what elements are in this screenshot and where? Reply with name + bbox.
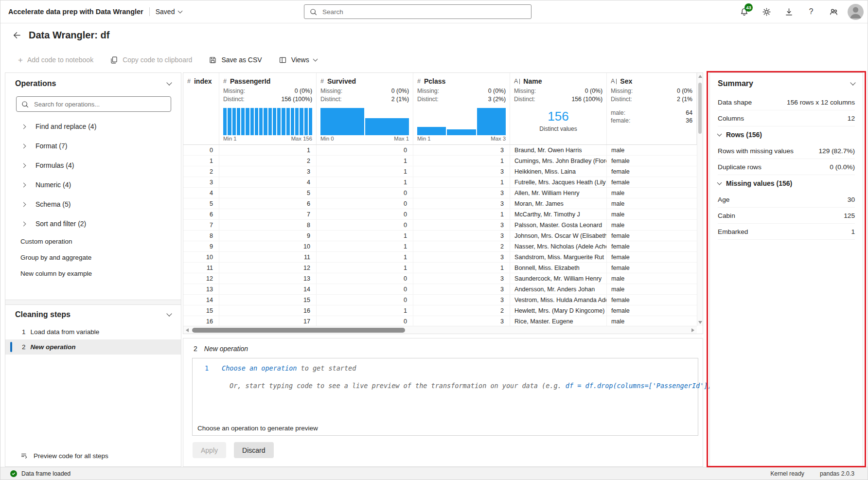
table-row[interactable]: 1211Cumings, Mrs. John Bradley (Florencf… xyxy=(183,156,697,166)
table-cell[interactable]: 8 xyxy=(219,220,317,230)
category-formulas[interactable]: Formulas (4) xyxy=(5,156,181,175)
add-code-to-notebook-button[interactable]: + Add code to notebook xyxy=(17,54,94,66)
table-cell[interactable]: 1 xyxy=(317,156,413,166)
table-cell[interactable]: 1 xyxy=(413,209,510,219)
settings-button[interactable] xyxy=(758,3,775,20)
table-cell[interactable]: 3 xyxy=(219,166,317,177)
table-cell[interactable]: female xyxy=(607,252,697,262)
table-cell[interactable]: 1 xyxy=(413,263,510,273)
table-row[interactable]: 3411Futrelle, Mrs. Jacques Heath (Lily M… xyxy=(183,177,697,188)
table-cell[interactable]: 1 xyxy=(317,241,413,251)
table-cell[interactable]: female xyxy=(607,305,697,316)
new-column-by-example-item[interactable]: New column by example xyxy=(5,266,181,282)
copy-code-button[interactable]: Copy code to clipboard xyxy=(109,54,193,66)
save-as-csv-button[interactable]: Save as CSV xyxy=(208,54,263,66)
table-cell[interactable]: Braund, Mr. Owen Harris xyxy=(510,145,607,155)
table-cell[interactable]: 0 xyxy=(317,188,413,198)
table-row[interactable]: 6701McCarthy, Mr. Timothy Jmale xyxy=(183,209,697,220)
horizontal-scrollbar[interactable] xyxy=(183,326,697,334)
table-cell[interactable]: 1 xyxy=(183,156,219,166)
table-cell[interactable]: male xyxy=(607,188,697,198)
table-row[interactable]: 161703Rice, Master. Eugenemale xyxy=(183,316,697,326)
apply-button[interactable]: Apply xyxy=(193,442,226,458)
table-cell[interactable]: 3 xyxy=(183,177,219,187)
table-cell[interactable]: female xyxy=(607,177,697,187)
column-header-index[interactable]: # index xyxy=(183,73,219,144)
table-row[interactable]: 151612Hewlett, Mrs. (Mary D Kingcome)fem… xyxy=(183,305,697,316)
table-cell[interactable]: 13 xyxy=(183,284,219,294)
category-sort-and-filter[interactable]: Sort and filter (2) xyxy=(5,214,181,233)
table-cell[interactable]: 10 xyxy=(183,252,219,262)
table-row[interactable]: 5603Moran, Mr. Jamesmale xyxy=(183,198,697,209)
table-cell[interactable]: 17 xyxy=(219,316,317,326)
table-cell[interactable]: Heikkinen, Miss. Laina xyxy=(510,166,607,177)
summary-header[interactable]: Summary xyxy=(718,73,855,94)
global-search-input[interactable] xyxy=(321,8,526,16)
table-cell[interactable]: 1 xyxy=(413,177,510,187)
table-cell[interactable]: Hewlett, Mrs. (Mary D Kingcome) xyxy=(510,305,607,316)
table-cell[interactable]: Rice, Master. Eugene xyxy=(510,316,607,326)
table-cell[interactable]: male xyxy=(607,198,697,209)
avatar[interactable] xyxy=(848,4,864,20)
category-schema[interactable]: Schema (5) xyxy=(5,195,181,214)
table-cell[interactable]: female xyxy=(607,166,697,177)
table-cell[interactable]: 3 xyxy=(413,231,510,241)
table-cell[interactable]: 11 xyxy=(183,263,219,273)
table-cell[interactable]: Allen, Mr. William Henry xyxy=(510,188,607,198)
table-row[interactable]: 2313Heikkinen, Miss. Lainafemale xyxy=(183,166,697,177)
table-cell[interactable]: 0 xyxy=(317,273,413,284)
table-cell[interactable]: 14 xyxy=(219,284,317,294)
table-cell[interactable]: female xyxy=(607,231,697,241)
table-cell[interactable]: 7 xyxy=(183,220,219,230)
notifications-button[interactable]: 43 xyxy=(736,3,752,20)
table-cell[interactable]: male xyxy=(607,145,697,155)
table-cell[interactable]: 3 xyxy=(413,252,510,262)
column-header-name[interactable]: A Name Missing:0 (0%) Distinct:156 (100%… xyxy=(510,73,607,144)
table-cell[interactable]: male xyxy=(607,316,697,326)
custom-operation-item[interactable]: Custom operation xyxy=(5,233,181,249)
table-cell[interactable]: 13 xyxy=(219,273,317,284)
table-cell[interactable]: male xyxy=(607,284,697,294)
table-cell[interactable]: Palsson, Master. Gosta Leonard xyxy=(510,220,607,230)
category-numeric[interactable]: Numeric (4) xyxy=(5,175,181,195)
table-cell[interactable]: 1 xyxy=(219,145,317,155)
back-button[interactable] xyxy=(11,30,22,41)
table-cell[interactable]: 4 xyxy=(183,188,219,198)
table-cell[interactable]: 1 xyxy=(317,263,413,273)
table-cell[interactable]: 3 xyxy=(413,284,510,294)
table-cell[interactable]: 3 xyxy=(413,316,510,326)
table-cell[interactable]: 3 xyxy=(413,166,510,177)
summary-section-missing-values[interactable]: Missing values (156) xyxy=(718,175,855,192)
cleaning-steps-header[interactable]: Cleaning steps xyxy=(5,305,181,324)
category-format[interactable]: Format (7) xyxy=(5,136,181,156)
table-cell[interactable]: male xyxy=(607,273,697,284)
table-cell[interactable]: Saundercock, Mr. William Henry xyxy=(510,273,607,284)
table-cell[interactable]: 16 xyxy=(183,316,219,326)
table-cell[interactable]: Futrelle, Mrs. Jacques Heath (Lily Ma xyxy=(510,177,607,187)
code-editor[interactable]: 1 Choose an operation to get started Or,… xyxy=(192,358,698,436)
table-row[interactable]: 111211Bonnell, Miss. Elizabethfemale xyxy=(183,263,697,273)
table-cell[interactable]: 1 xyxy=(317,252,413,262)
table-cell[interactable]: female xyxy=(607,156,697,166)
table-cell[interactable]: 12 xyxy=(219,263,317,273)
operations-header[interactable]: Operations xyxy=(5,73,181,94)
table-row[interactable]: 131403Andersson, Mr. Anders Johanmale xyxy=(183,284,697,295)
horizontal-scroll-thumb[interactable] xyxy=(192,328,405,333)
table-cell[interactable]: 6 xyxy=(219,198,317,209)
table-cell[interactable]: 3 xyxy=(413,273,510,284)
table-cell[interactable]: 16 xyxy=(219,305,317,316)
table-cell[interactable]: 0 xyxy=(317,295,413,305)
download-button[interactable] xyxy=(780,3,797,20)
column-header-passengerid[interactable]: # PassengerId Missing:0 (0%) Distinct:15… xyxy=(219,73,317,144)
preview-code-all-steps-button[interactable]: Preview code for all steps xyxy=(20,452,108,460)
choose-operation-link[interactable]: Choose an operation xyxy=(222,364,297,372)
table-cell[interactable]: 1 xyxy=(317,177,413,187)
table-cell[interactable]: 5 xyxy=(219,188,317,198)
table-cell[interactable]: Sandstrom, Miss. Marguerite Rut xyxy=(510,252,607,262)
vertical-scroll-thumb[interactable] xyxy=(698,83,702,134)
table-cell[interactable]: 0 xyxy=(317,198,413,209)
column-header-survived[interactable]: # Survived Missing:0 (0%) Distinct:2 (1%… xyxy=(317,73,413,144)
summary-section-rows[interactable]: Rows (156) xyxy=(718,126,855,143)
table-cell[interactable]: female xyxy=(607,241,697,251)
table-cell[interactable]: 12 xyxy=(183,273,219,284)
